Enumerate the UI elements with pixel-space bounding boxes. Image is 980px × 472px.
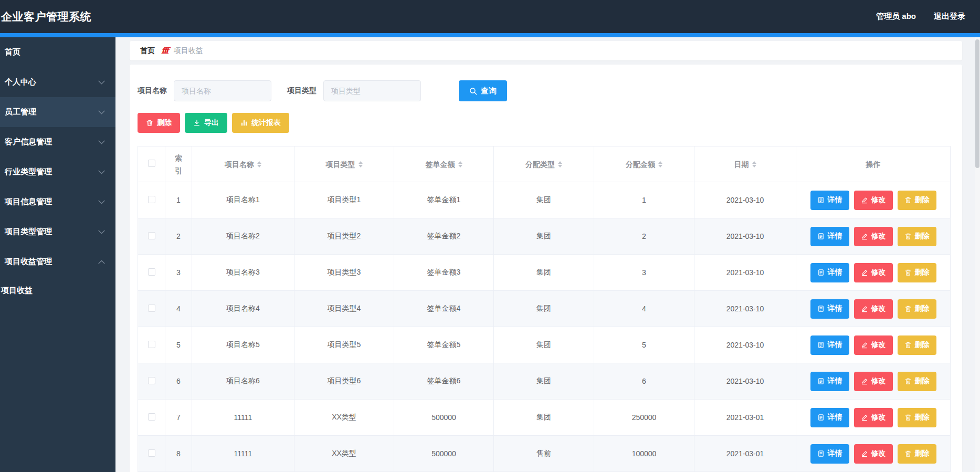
cell-amount: 500000 (394, 436, 494, 472)
column-header-项目类型[interactable]: 项目类型 (294, 146, 394, 182)
project-type-input[interactable] (323, 80, 421, 101)
column-header-分配类型[interactable]: 分配类型 (494, 146, 594, 182)
sort-icon[interactable] (359, 161, 363, 167)
row-checkbox[interactable] (148, 196, 155, 203)
sort-icon[interactable] (658, 161, 662, 167)
sort-asc-icon[interactable] (658, 161, 662, 164)
delete-button[interactable]: 删除 (138, 113, 180, 133)
logout-button[interactable]: 退出登录 (934, 12, 965, 22)
sidebar-item-项目类型管理[interactable]: 项目类型管理 (0, 217, 115, 247)
delete-button[interactable]: 删除 (898, 335, 936, 355)
edit-button[interactable]: 修改 (854, 444, 893, 464)
sort-desc-icon[interactable] (359, 165, 363, 167)
sidebar-item-项目信息管理[interactable]: 项目信息管理 (0, 187, 115, 217)
delete-button[interactable]: 删除 (898, 372, 936, 391)
edit-button[interactable]: 修改 (854, 263, 893, 282)
detail-button[interactable]: 详情 (810, 263, 849, 282)
row-actions-cell: 详情修改删除 (796, 218, 951, 255)
row-checkbox[interactable] (148, 377, 155, 384)
current-user[interactable]: 管理员 abo (876, 12, 916, 22)
sort-asc-icon[interactable] (359, 161, 363, 164)
breadcrumb-home[interactable]: 首页 (140, 46, 155, 56)
filter-form: 项目名称 项目类型 查询 (138, 80, 954, 101)
row-actions-cell: 详情修改删除 (796, 255, 951, 291)
detail-button[interactable]: 详情 (810, 227, 849, 246)
edit-button[interactable]: 修改 (854, 299, 893, 319)
column-header-content: 索引 (172, 152, 185, 177)
edit-button[interactable]: 修改 (854, 335, 893, 355)
select-all-checkbox[interactable] (148, 160, 155, 167)
detail-button[interactable]: 详情 (810, 408, 849, 427)
sort-desc-icon[interactable] (558, 165, 562, 167)
document-icon (817, 196, 825, 204)
sidebar-item-行业类型管理[interactable]: 行业类型管理 (0, 157, 115, 187)
sort-desc-icon[interactable] (752, 165, 756, 167)
detail-button[interactable]: 详情 (810, 299, 849, 319)
edit-button[interactable]: 修改 (854, 372, 893, 391)
sort-icon[interactable] (752, 161, 756, 167)
row-select-cell (138, 400, 165, 436)
row-select-cell (138, 218, 165, 255)
sidebar-item-首页[interactable]: 首页 (0, 37, 115, 67)
breadcrumb: 首页 fff 项目收益 (130, 41, 962, 60)
sort-asc-icon[interactable] (458, 161, 462, 164)
cell-date: 2021-03-10 (694, 327, 796, 363)
chevron-down-icon (98, 200, 105, 204)
delete-button[interactable]: 删除 (898, 299, 936, 319)
sidebar-item-客户信息管理[interactable]: 客户信息管理 (0, 127, 115, 157)
column-header-分配金额[interactable]: 分配金额 (594, 146, 694, 182)
row-checkbox[interactable] (148, 341, 155, 348)
report-button[interactable]: 统计报表 (232, 113, 289, 133)
sort-icon[interactable] (257, 161, 261, 167)
column-header-项目名称[interactable]: 项目名称 (192, 146, 294, 182)
delete-button[interactable]: 删除 (898, 263, 936, 282)
column-header-日期[interactable]: 日期 (694, 146, 796, 182)
edit-button[interactable]: 修改 (854, 227, 893, 246)
row-checkbox[interactable] (148, 232, 155, 239)
column-header-content: 签单金额 (426, 158, 462, 171)
column-header-索引: 索引 (165, 146, 192, 182)
sidebar-item-项目收益管理[interactable]: 项目收益管理 (0, 247, 115, 277)
delete-button[interactable]: 删除 (898, 408, 936, 427)
delete-button[interactable]: 删除 (898, 444, 936, 464)
sort-icon[interactable] (558, 161, 562, 167)
edit-button[interactable]: 修改 (854, 191, 893, 210)
row-select-cell (138, 363, 165, 400)
detail-button[interactable]: 详情 (810, 444, 849, 464)
sort-desc-icon[interactable] (257, 165, 261, 167)
column-header-label: 操作 (866, 158, 881, 171)
page-scrollbar-thumb[interactable] (975, 39, 979, 168)
delete-button[interactable]: 删除 (898, 227, 936, 246)
cell-date: 2021-03-10 (694, 218, 796, 255)
detail-button[interactable]: 详情 (810, 335, 849, 355)
sort-icon[interactable] (458, 161, 462, 167)
detail-button-label: 详情 (828, 304, 842, 313)
detail-button-label: 详情 (828, 195, 842, 205)
table-row: 2项目名称2项目类型2签单金额2集团22021-03-10详情修改删除 (138, 218, 951, 255)
export-button[interactable]: 导出 (185, 113, 227, 133)
project-name-input[interactable] (174, 80, 271, 101)
sort-desc-icon[interactable] (658, 165, 662, 167)
delete-button[interactable]: 删除 (898, 191, 936, 210)
search-button[interactable]: 查询 (459, 80, 507, 101)
edit-button[interactable]: 修改 (854, 408, 893, 427)
sort-asc-icon[interactable] (257, 161, 261, 164)
sort-asc-icon[interactable] (752, 161, 756, 164)
sidebar-subitem-项目收益[interactable]: 项目收益 (0, 277, 115, 304)
row-checkbox[interactable] (148, 413, 155, 421)
detail-button[interactable]: 详情 (810, 372, 849, 391)
detail-button[interactable]: 详情 (810, 191, 849, 210)
row-checkbox[interactable] (148, 268, 155, 276)
cell-alloc_amount: 1 (594, 182, 694, 218)
trash-icon (904, 305, 912, 312)
page-scrollbar-track[interactable] (975, 37, 980, 472)
column-header-签单金额[interactable]: 签单金额 (394, 146, 494, 182)
cell-alloc_type: 集团 (494, 363, 594, 400)
sort-desc-icon[interactable] (458, 165, 462, 167)
sort-asc-icon[interactable] (558, 161, 562, 164)
detail-button-label: 详情 (828, 413, 842, 422)
row-checkbox[interactable] (148, 305, 155, 312)
sidebar-item-员工管理[interactable]: 员工管理 (0, 97, 115, 127)
sidebar-item-个人中心[interactable]: 个人中心 (0, 67, 115, 97)
row-checkbox[interactable] (148, 449, 155, 457)
